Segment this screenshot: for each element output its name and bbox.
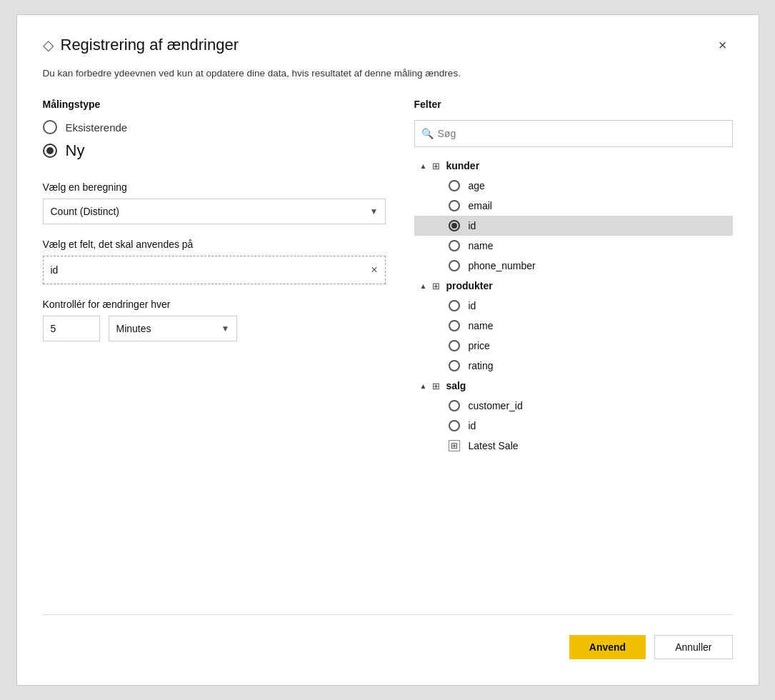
radio-kunder-email[interactable] bbox=[449, 200, 460, 211]
interval-unit-wrapper: Minutes Hours Days ▼ bbox=[109, 316, 237, 341]
field-salg-latest-sale[interactable]: ⊞ Latest Sale bbox=[414, 436, 733, 456]
table-produkter-name: produkter bbox=[446, 280, 492, 291]
table-salg-header[interactable]: ▲ ⊞ salg bbox=[414, 376, 733, 396]
table-produkter-header[interactable]: ▲ ⊞ produkter bbox=[414, 276, 733, 296]
measurement-type-label: Målingstype bbox=[43, 99, 386, 110]
field-input[interactable] bbox=[51, 264, 371, 276]
field-kunder-age[interactable]: age bbox=[414, 176, 733, 196]
content-area: Målingstype Eksisterende Ny Vælg en bere… bbox=[43, 99, 733, 600]
field-kunder-email[interactable]: email bbox=[414, 196, 733, 216]
radio-new-label: Ny bbox=[66, 141, 85, 160]
radio-kunder-age[interactable] bbox=[449, 180, 460, 191]
field-produkter-price[interactable]: price bbox=[414, 336, 733, 356]
radio-salg-customer_id[interactable] bbox=[449, 400, 460, 411]
dialog-footer: Anvend Annuller bbox=[43, 614, 733, 659]
radio-produkter-price[interactable] bbox=[449, 340, 460, 351]
check-interval-label: Kontrollér for ændringer hver bbox=[43, 299, 386, 310]
calculation-label: Vælg en beregning bbox=[43, 181, 386, 193]
field-apply-label: Vælg et felt, det skal anvendes på bbox=[43, 239, 386, 250]
field-salg-id[interactable]: id bbox=[414, 416, 733, 436]
radio-new-item[interactable]: Ny bbox=[43, 141, 386, 160]
radio-produkter-rating[interactable] bbox=[449, 360, 460, 371]
left-panel: Målingstype Eksisterende Ny Vælg en bere… bbox=[43, 99, 386, 600]
dialog-header: ◇ Registrering af ændringer × bbox=[43, 35, 733, 55]
description-text: Du kan forbedre ydeevnen ved kun at opda… bbox=[43, 68, 733, 79]
radio-existing-item[interactable]: Eksisterende bbox=[43, 120, 386, 134]
triangle-kunder: ▲ bbox=[420, 162, 427, 170]
search-box-wrapper: 🔍 bbox=[414, 120, 733, 147]
dialog-title: Registrering af ændringer bbox=[61, 36, 239, 54]
radio-produkter-name[interactable] bbox=[449, 320, 460, 331]
field-produkter-name[interactable]: name bbox=[414, 316, 733, 336]
table-salg-name: salg bbox=[446, 380, 466, 391]
field-produkter-id[interactable]: id bbox=[414, 296, 733, 316]
clear-field-button[interactable]: × bbox=[371, 264, 377, 276]
field-salg-customer_id[interactable]: customer_id bbox=[414, 396, 733, 416]
radio-kunder-name[interactable] bbox=[449, 240, 460, 251]
radio-produkter-id[interactable] bbox=[449, 300, 460, 311]
interval-unit-select[interactable]: Minutes Hours Days bbox=[109, 316, 237, 341]
field-tree[interactable]: ▲ ⊞ kunder age email id bbox=[414, 156, 733, 456]
field-apply-section: Vælg et felt, det skal anvendes på × bbox=[43, 239, 386, 284]
radio-existing-circle[interactable] bbox=[43, 120, 57, 134]
cancel-button[interactable]: Annuller bbox=[654, 635, 732, 659]
right-panel: Felter 🔍 ▲ ⊞ kunder age bbox=[414, 99, 733, 600]
field-produkter-rating[interactable]: rating bbox=[414, 356, 733, 376]
check-interval-section: Kontrollér for ændringer hver Minutes Ho… bbox=[43, 299, 386, 341]
search-input[interactable] bbox=[414, 120, 733, 147]
radio-kunder-phone_number[interactable] bbox=[449, 260, 460, 271]
dialog: ◇ Registrering af ændringer × Du kan for… bbox=[16, 14, 759, 686]
radio-new-circle[interactable] bbox=[43, 144, 57, 158]
field-kunder-name[interactable]: name bbox=[414, 236, 733, 256]
close-button[interactable]: × bbox=[713, 35, 733, 55]
measure-icon-latest-sale: ⊞ bbox=[449, 440, 460, 451]
field-kunder-id[interactable]: id bbox=[414, 216, 733, 236]
fields-label: Felter bbox=[414, 99, 733, 110]
interval-number-input[interactable] bbox=[43, 316, 100, 341]
calculation-select[interactable]: Count (Distinct) Count Sum Average Min M… bbox=[43, 199, 386, 224]
table-kunder-name: kunder bbox=[446, 160, 479, 171]
field-kunder-phone_number[interactable]: phone_number bbox=[414, 256, 733, 276]
triangle-salg: ▲ bbox=[420, 382, 427, 390]
calculation-select-wrapper: Count (Distinct) Count Sum Average Min M… bbox=[43, 199, 386, 224]
apply-button[interactable]: Anvend bbox=[569, 635, 646, 659]
table-kunder-header[interactable]: ▲ ⊞ kunder bbox=[414, 156, 733, 176]
radio-existing-label: Eksisterende bbox=[66, 121, 128, 134]
table-kunder-icon: ⊞ bbox=[432, 161, 440, 171]
table-salg-icon: ⊞ bbox=[432, 381, 440, 391]
interval-row: Minutes Hours Days ▼ bbox=[43, 316, 386, 341]
triangle-produkter: ▲ bbox=[420, 282, 427, 290]
search-icon: 🔍 bbox=[421, 128, 434, 139]
radio-salg-id[interactable] bbox=[449, 420, 460, 431]
table-produkter-icon: ⊞ bbox=[432, 281, 440, 291]
radio-kunder-id[interactable] bbox=[449, 220, 460, 231]
dialog-title-row: ◇ Registrering af ændringer bbox=[43, 36, 239, 54]
diamond-icon: ◇ bbox=[43, 36, 54, 54]
field-input-wrapper: × bbox=[43, 256, 386, 284]
measurement-type-group: Eksisterende Ny bbox=[43, 120, 386, 160]
calculation-section: Vælg en beregning Count (Distinct) Count… bbox=[43, 181, 386, 224]
